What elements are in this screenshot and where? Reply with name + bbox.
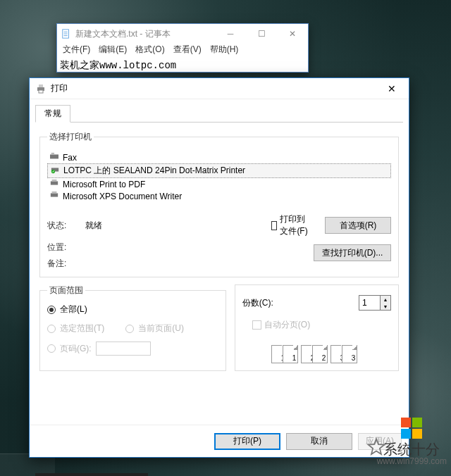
range-current-radio: 当前页面(U) xyxy=(125,322,184,334)
select-printer-legend: 选择打印机 xyxy=(47,131,94,143)
copies-group: 份数(C): 1 ▲ ▼ 自动分页(O) xyxy=(235,284,399,371)
network-printer-icon xyxy=(49,165,61,176)
radio-icon xyxy=(125,325,134,333)
watermark: 系统十分 www.win7999.com xyxy=(377,418,447,466)
notepad-window: 新建文本文档.txt - 记事本 ─ ☐ ✕ 文件(F) 编辑(E) 格式(O)… xyxy=(56,23,309,73)
page-icon: 1 xyxy=(283,345,298,363)
print-to-file-checkbox[interactable]: 打印到文件(F) xyxy=(271,213,311,237)
notepad-maximize[interactable]: ☐ xyxy=(246,24,277,44)
comment-label: 备注: xyxy=(47,258,85,270)
print-title: 打印 xyxy=(51,82,376,94)
checkbox-icon xyxy=(271,221,277,230)
printer-name: LOTPC 上的 SEALAND 24Pin Dot-Matrix Printe… xyxy=(63,165,245,177)
notepad-close[interactable]: ✕ xyxy=(277,24,308,44)
print-footer: 打印(P) 取消 应用(A) xyxy=(30,425,409,457)
svg-rect-6 xyxy=(39,90,43,93)
cancel-button[interactable]: 取消 xyxy=(286,433,352,450)
notepad-menu: 文件(F) 编辑(E) 格式(O) 查看(V) 帮助(H) xyxy=(57,44,308,58)
svg-rect-8 xyxy=(51,153,54,155)
range-pages-radio: 页码(G): xyxy=(47,342,218,356)
printer-icon xyxy=(49,179,60,189)
watermark-url: www.win7999.com xyxy=(377,457,447,466)
printer-icon xyxy=(35,83,47,94)
radio-icon xyxy=(47,306,56,314)
spin-down-icon[interactable]: ▼ xyxy=(380,303,390,310)
page-icon: 3 xyxy=(342,345,357,363)
spin-up-icon[interactable]: ▲ xyxy=(380,296,390,303)
notepad-title: 新建文本文档.txt - 记事本 xyxy=(75,28,215,40)
printer-item[interactable]: Microsoft Print to PDF xyxy=(47,178,391,190)
svg-rect-13 xyxy=(51,193,58,196)
range-selection-radio: 选定范围(T) xyxy=(47,322,104,334)
status-label: 状态: xyxy=(47,220,85,232)
range-all-label: 全部(L) xyxy=(60,303,87,315)
copies-value[interactable]: 1 xyxy=(359,296,380,310)
print-to-file-label: 打印到文件(F) xyxy=(280,213,311,237)
taskbar-underline xyxy=(35,473,148,476)
printer-icon xyxy=(49,191,60,201)
find-printer-button[interactable]: 查找打印机(D)... xyxy=(314,244,391,261)
checkbox-icon xyxy=(252,320,261,330)
preferences-button[interactable]: 首选项(R) xyxy=(325,217,391,234)
copies-spinner[interactable]: 1 ▲ ▼ xyxy=(359,295,391,311)
range-selection-label: 选定范围(T) xyxy=(60,322,104,334)
radio-icon xyxy=(47,344,56,353)
collate-label: 自动分页(O) xyxy=(264,319,310,331)
print-titlebar[interactable]: 打印 ✕ xyxy=(30,78,409,99)
select-printer-group: 选择打印机 Fax LOTPC 上的 SEALAND 24Pin Dot-Mat… xyxy=(39,131,399,277)
location-label: 位置: xyxy=(47,242,85,253)
printer-item[interactable]: Fax xyxy=(47,151,391,163)
printer-item[interactable]: LOTPC 上的 SEALAND 24Pin Dot-Matrix Printe… xyxy=(47,163,391,178)
svg-rect-12 xyxy=(52,180,57,182)
printer-item[interactable]: Microsoft XPS Document Writer xyxy=(47,190,391,202)
collate-illustration: 1 1 2 2 3 3 xyxy=(242,345,391,363)
notepad-minimize[interactable]: ─ xyxy=(215,24,246,44)
range-pages-label: 页码(G): xyxy=(60,343,92,355)
notepad-titlebar[interactable]: 新建文本文档.txt - 记事本 ─ ☐ ✕ xyxy=(57,24,308,44)
svg-rect-11 xyxy=(51,181,58,184)
collate-checkbox: 自动分页(O) xyxy=(252,319,391,331)
svg-rect-14 xyxy=(52,192,57,194)
ms-logo-icon xyxy=(401,418,422,439)
menu-edit[interactable]: 编辑(E) xyxy=(96,44,130,56)
notepad-icon xyxy=(61,29,71,39)
watermark-brand: 系统十分 xyxy=(377,441,447,457)
printer-name: Microsoft XPS Document Writer xyxy=(63,192,182,201)
range-current-label: 当前页面(U) xyxy=(138,322,184,334)
range-all-radio[interactable]: 全部(L) xyxy=(47,303,218,315)
tab-general[interactable]: 常规 xyxy=(35,105,70,123)
notepad-text[interactable]: 装机之家www.lotpc.com xyxy=(57,58,308,72)
page-icon: 2 xyxy=(312,345,328,363)
print-dialog: 打印 ✕ 常规 选择打印机 Fax LOTPC 上的 SEALAND 24Pin… xyxy=(29,77,409,458)
printer-name: Fax xyxy=(63,153,77,163)
svg-rect-7 xyxy=(50,154,58,158)
menu-help[interactable]: 帮助(H) xyxy=(207,44,242,56)
print-close-button[interactable]: ✕ xyxy=(376,79,407,99)
svg-rect-5 xyxy=(39,84,43,87)
page-range-group: 页面范围 全部(L) 选定范围(T) 当前页面(U) xyxy=(39,284,226,371)
copies-label: 份数(C): xyxy=(242,297,273,309)
range-pages-input xyxy=(96,342,151,356)
menu-file[interactable]: 文件(F) xyxy=(60,44,93,56)
status-value: 就绪 xyxy=(85,220,271,232)
print-tabs: 常规 xyxy=(35,105,403,123)
radio-icon xyxy=(47,325,56,333)
printer-list[interactable]: Fax LOTPC 上的 SEALAND 24Pin Dot-Matrix Pr… xyxy=(47,151,391,202)
menu-view[interactable]: 查看(V) xyxy=(171,44,204,56)
print-button[interactable]: 打印(P) xyxy=(214,433,280,450)
page-range-legend: 页面范围 xyxy=(47,284,85,296)
fax-icon xyxy=(49,152,60,163)
menu-format[interactable]: 格式(O) xyxy=(132,44,167,56)
printer-name: Microsoft Print to PDF xyxy=(63,180,145,189)
